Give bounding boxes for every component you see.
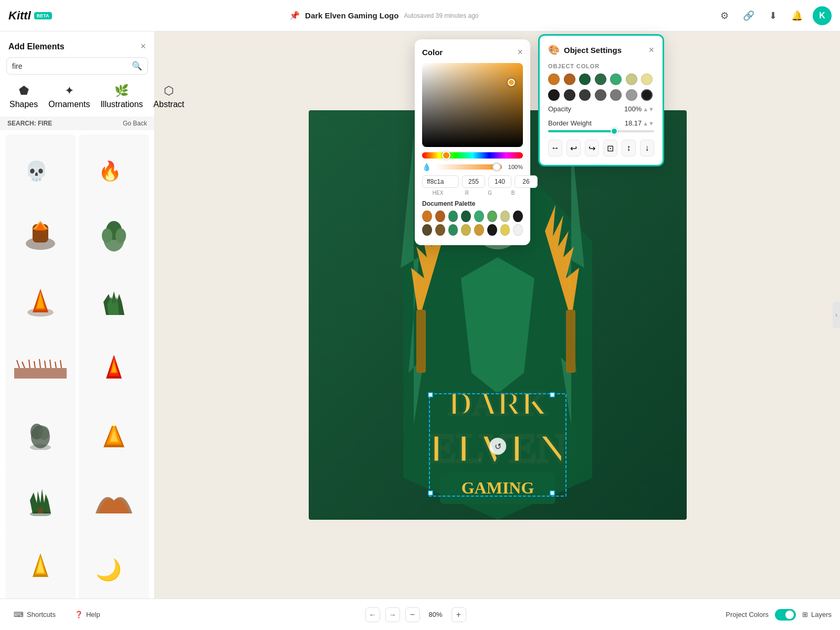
svg-point-9	[116, 228, 126, 243]
close-color-panel-button[interactable]: ×	[517, 47, 523, 58]
obj-swatch[interactable]	[641, 74, 653, 85]
category-ornaments[interactable]: ✦ Ornaments	[43, 81, 95, 112]
nav-right-button[interactable]: →	[385, 607, 400, 622]
list-item[interactable]	[5, 465, 76, 536]
palette-swatch[interactable]	[513, 211, 523, 222]
palette-swatch[interactable]	[448, 224, 458, 236]
zoom-out-button[interactable]: −	[405, 607, 420, 622]
list-item[interactable]	[79, 399, 149, 469]
svg-rect-16	[14, 368, 67, 379]
obj-swatch[interactable]	[564, 89, 575, 101]
object-settings-title: 🎨 Object Settings	[548, 44, 622, 56]
opacity-label: Opacity	[548, 105, 571, 113]
file-name[interactable]: Dark Elven Gaming Logo	[305, 11, 398, 20]
list-item[interactable]	[79, 333, 149, 403]
palette-swatch[interactable]	[500, 211, 510, 222]
share-button[interactable]: 🔗	[740, 7, 757, 24]
palette-swatch[interactable]	[487, 224, 497, 236]
list-item[interactable]	[79, 201, 149, 271]
obj-swatch[interactable]	[610, 74, 622, 85]
palette-swatch[interactable]	[461, 211, 471, 222]
list-item[interactable]: 🌙	[79, 531, 149, 598]
layers-button[interactable]: ⊞ Layers	[802, 611, 832, 618]
list-item[interactable]	[5, 531, 76, 598]
b-input[interactable]	[514, 175, 538, 188]
download-button[interactable]: ⬇	[764, 7, 781, 24]
obj-swatch[interactable]	[564, 74, 575, 85]
list-item[interactable]	[5, 399, 76, 469]
obj-swatch-black[interactable]	[641, 89, 653, 101]
obj-swatch[interactable]	[579, 89, 591, 101]
category-abstract[interactable]: ⬡ Abstract	[148, 81, 190, 112]
list-item[interactable]	[5, 333, 76, 403]
hue-slider[interactable]	[422, 152, 523, 159]
hex-input[interactable]	[422, 175, 459, 188]
color-input-row	[422, 175, 523, 188]
search-input[interactable]	[12, 62, 128, 70]
palette-swatch[interactable]	[513, 224, 523, 236]
palette-swatch[interactable]	[500, 224, 510, 236]
obj-swatch[interactable]	[548, 74, 560, 85]
elements-grid: 💀 🔥	[0, 130, 154, 598]
list-item[interactable]: 🔥	[79, 134, 149, 205]
flip-horizontal-button[interactable]: ↩	[566, 140, 581, 156]
palette-swatch[interactable]	[448, 211, 458, 222]
zoom-in-button[interactable]: +	[452, 607, 466, 622]
notifications-button[interactable]: 🔔	[789, 7, 805, 24]
go-back-button[interactable]: Go Back	[123, 120, 147, 127]
obj-swatch[interactable]	[610, 89, 622, 101]
palette-row-1	[422, 211, 523, 222]
list-item[interactable]	[5, 267, 76, 337]
obj-swatch[interactable]	[579, 74, 591, 85]
obj-swatch[interactable]	[548, 89, 560, 101]
opacity-slider[interactable]	[435, 164, 502, 170]
beta-badge: BETA	[34, 12, 52, 19]
list-item[interactable]	[79, 267, 149, 337]
palette-swatch[interactable]	[474, 224, 484, 236]
obj-swatch[interactable]	[626, 74, 637, 85]
palette-swatch[interactable]	[461, 224, 471, 236]
help-label: Help	[86, 611, 100, 618]
list-item[interactable]	[79, 465, 149, 536]
color-cursor	[508, 79, 515, 86]
crop-button[interactable]: ⊡	[603, 140, 617, 156]
right-panel-expand[interactable]: ›	[833, 302, 840, 328]
category-shapes[interactable]: ⬟ Shapes	[4, 81, 43, 112]
list-item[interactable]: 💀	[5, 134, 76, 205]
palette-swatch[interactable]	[422, 211, 432, 222]
flip-vertical-button[interactable]: ↪	[585, 140, 599, 156]
svg-line-18	[22, 362, 25, 368]
svg-text:💀: 💀	[25, 160, 48, 182]
align-left-button[interactable]: ↔	[548, 140, 562, 156]
palette-swatch[interactable]	[487, 211, 497, 222]
nav-left-button[interactable]: ←	[365, 607, 380, 622]
svg-rect-52	[566, 310, 575, 373]
obj-swatch[interactable]	[626, 89, 637, 101]
r-input[interactable]	[462, 175, 485, 188]
shortcuts-button[interactable]: ⌨ Shortcuts	[8, 607, 61, 622]
palette-swatch[interactable]	[435, 224, 445, 236]
align-top-button[interactable]: ↕	[622, 140, 636, 156]
project-colors-toggle[interactable]	[775, 609, 796, 621]
obj-swatch[interactable]	[595, 74, 606, 85]
b-label: B	[503, 190, 523, 196]
eyedropper-icon[interactable]: 💧	[422, 163, 431, 171]
obj-swatch[interactable]	[595, 89, 606, 101]
palette-swatch[interactable]	[474, 211, 484, 222]
avatar[interactable]: K	[813, 6, 832, 25]
opacity-value-settings: 100% ▲▼	[624, 105, 654, 113]
gradient-picker[interactable]	[422, 63, 523, 147]
help-button[interactable]: ❓ Help	[69, 607, 106, 622]
settings-button[interactable]: ⚙	[716, 7, 733, 24]
close-panel-button[interactable]: ×	[140, 41, 146, 52]
border-weight-slider[interactable]	[548, 130, 654, 132]
g-input[interactable]	[488, 175, 511, 188]
list-item[interactable]	[5, 201, 76, 271]
align-bottom-button[interactable]: ↓	[640, 140, 654, 156]
close-obj-settings-button[interactable]: ×	[648, 45, 654, 56]
palette-swatch[interactable]	[435, 211, 445, 222]
g-label: G	[480, 190, 500, 196]
header-right: ⚙ 🔗 ⬇ 🔔 K	[716, 6, 832, 25]
palette-swatch[interactable]	[422, 224, 432, 236]
category-illustrations[interactable]: 🌿 Illustrations	[95, 81, 148, 112]
